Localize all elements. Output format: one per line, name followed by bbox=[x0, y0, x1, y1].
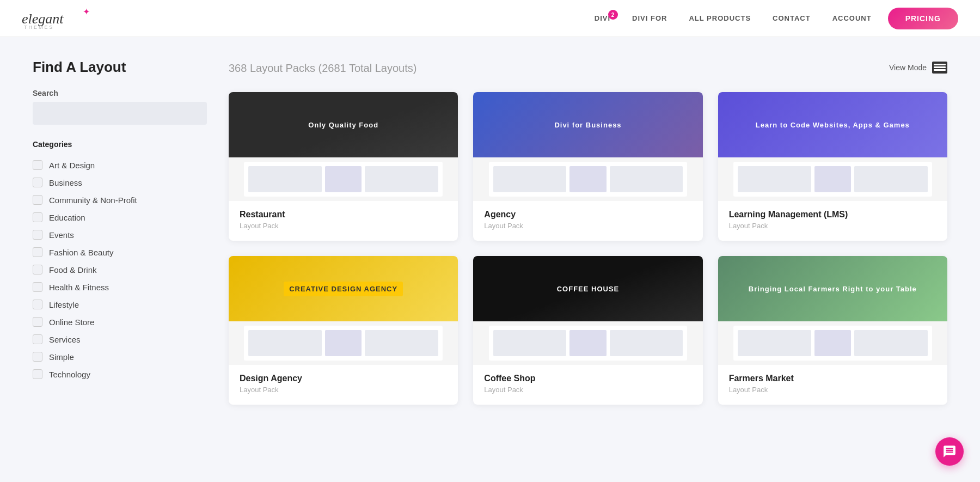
card-hero-design-agency: CREATIVE DESIGN AGENCY bbox=[229, 256, 458, 321]
card-type-farmers-market: Layout Pack bbox=[729, 386, 936, 394]
card-hero-coffee-shop: COFFEE HOUSE bbox=[473, 256, 702, 321]
card-preview-design-agency: CREATIVE DESIGN AGENCY bbox=[229, 256, 458, 365]
card-name-design-agency: Design Agency bbox=[240, 374, 447, 383]
card-hero-agency: Divi for Business bbox=[473, 92, 702, 157]
card-preview-coffee-shop: COFFEE HOUSE bbox=[473, 256, 702, 365]
card-hero-lms: Learn to Code Websites, Apps & Games bbox=[718, 92, 947, 157]
card-name-farmers-market: Farmers Market bbox=[729, 374, 936, 383]
card-preview-lms: Learn to Code Websites, Apps & Games bbox=[718, 92, 947, 201]
sidebar-title: Find A Layout bbox=[33, 59, 207, 76]
card-name-lms: Learning Management (LMS) bbox=[729, 210, 936, 219]
card-name-agency: Agency bbox=[484, 210, 691, 219]
logo[interactable]: elegant ✦ THEMES bbox=[22, 7, 98, 30]
category-label-events: Events bbox=[49, 230, 74, 240]
card-thumb-lms bbox=[718, 157, 947, 201]
cards-grid: Only Quality Food Restaurant Layout Pack… bbox=[229, 92, 947, 405]
card-thumb-farmers-market bbox=[718, 321, 947, 365]
category-checkbox-events[interactable] bbox=[33, 230, 42, 240]
category-label-technology: Technology bbox=[49, 370, 90, 379]
category-checkbox-fashion-beauty[interactable] bbox=[33, 247, 42, 257]
category-checkbox-art-design[interactable] bbox=[33, 160, 42, 170]
card-thumb-design-agency bbox=[229, 321, 458, 365]
category-checkbox-community-non-profit[interactable] bbox=[33, 195, 42, 205]
card-thumb-agency bbox=[473, 157, 702, 201]
card-preview-farmers-market: Bringing Local Farmers Right to your Tab… bbox=[718, 256, 947, 365]
chat-icon bbox=[942, 444, 957, 459]
nav-divi[interactable]: DIVI 2 bbox=[595, 14, 610, 22]
category-checkbox-education[interactable] bbox=[33, 212, 42, 222]
category-label-online-store: Online Store bbox=[49, 318, 94, 327]
content-header: 368 Layout Packs (2681 Total Layouts) Vi… bbox=[229, 59, 947, 76]
card-info-agency: Agency Layout Pack bbox=[473, 201, 702, 241]
category-item-fashion-beauty[interactable]: Fashion & Beauty bbox=[33, 243, 207, 261]
categories-list: Art & Design Business Community & Non-Pr… bbox=[33, 156, 207, 383]
category-item-business[interactable]: Business bbox=[33, 174, 207, 191]
category-item-health-fitness[interactable]: Health & Fitness bbox=[33, 278, 207, 296]
card-info-restaurant: Restaurant Layout Pack bbox=[229, 201, 458, 241]
card-design-agency[interactable]: CREATIVE DESIGN AGENCY Design Agency Lay… bbox=[229, 256, 458, 405]
logo-svg: elegant ✦ THEMES bbox=[22, 7, 98, 30]
svg-text:THEMES: THEMES bbox=[24, 25, 54, 30]
card-type-lms: Layout Pack bbox=[729, 222, 936, 230]
category-label-health-fitness: Health & Fitness bbox=[49, 283, 109, 292]
categories-title: Categories bbox=[33, 140, 207, 149]
category-label-simple: Simple bbox=[49, 352, 74, 362]
category-item-technology[interactable]: Technology bbox=[33, 365, 207, 383]
chat-button[interactable] bbox=[935, 437, 964, 466]
nav-all-products[interactable]: ALL PRODUCTS bbox=[689, 14, 751, 22]
category-checkbox-food-drink[interactable] bbox=[33, 265, 42, 274]
card-type-restaurant: Layout Pack bbox=[240, 222, 447, 230]
category-item-food-drink[interactable]: Food & Drink bbox=[33, 261, 207, 278]
category-label-food-drink: Food & Drink bbox=[49, 265, 97, 274]
category-item-online-store[interactable]: Online Store bbox=[33, 313, 207, 331]
card-restaurant[interactable]: Only Quality Food Restaurant Layout Pack bbox=[229, 92, 458, 241]
category-item-community-non-profit[interactable]: Community & Non-Profit bbox=[33, 191, 207, 209]
card-preview-restaurant: Only Quality Food bbox=[229, 92, 458, 201]
view-mode-toggle[interactable]: View Mode bbox=[889, 62, 947, 74]
card-hero-farmers-market: Bringing Local Farmers Right to your Tab… bbox=[718, 256, 947, 321]
category-checkbox-services[interactable] bbox=[33, 334, 42, 344]
category-checkbox-technology[interactable] bbox=[33, 369, 42, 379]
category-label-art-design: Art & Design bbox=[49, 161, 95, 170]
category-checkbox-simple[interactable] bbox=[33, 352, 42, 362]
card-farmers-market[interactable]: Bringing Local Farmers Right to your Tab… bbox=[718, 256, 947, 405]
card-type-agency: Layout Pack bbox=[484, 222, 691, 230]
nav-divi-for[interactable]: DIVI FOR bbox=[632, 14, 667, 22]
category-checkbox-lifestyle[interactable] bbox=[33, 300, 42, 309]
search-input[interactable] bbox=[33, 102, 207, 125]
sidebar: Find A Layout Search Categories Art & De… bbox=[33, 59, 207, 405]
divi-badge-count: 2 bbox=[608, 10, 618, 20]
category-label-lifestyle: Lifestyle bbox=[49, 300, 79, 309]
category-label-services: Services bbox=[49, 335, 81, 344]
category-item-education[interactable]: Education bbox=[33, 209, 207, 226]
card-agency[interactable]: Divi for Business Agency Layout Pack bbox=[473, 92, 702, 241]
card-coffee-shop[interactable]: COFFEE HOUSE Coffee Shop Layout Pack bbox=[473, 256, 702, 405]
card-preview-agency: Divi for Business bbox=[473, 92, 702, 201]
card-lms[interactable]: Learn to Code Websites, Apps & Games Lea… bbox=[718, 92, 947, 241]
category-checkbox-online-store[interactable] bbox=[33, 317, 42, 327]
card-hero-restaurant: Only Quality Food bbox=[229, 92, 458, 157]
category-label-fashion-beauty: Fashion & Beauty bbox=[49, 248, 113, 257]
category-item-simple[interactable]: Simple bbox=[33, 348, 207, 365]
pricing-button[interactable]: PRICING bbox=[888, 8, 958, 29]
nav-account[interactable]: ACCOUNT bbox=[832, 14, 872, 22]
category-checkbox-business[interactable] bbox=[33, 178, 42, 187]
svg-text:✦: ✦ bbox=[83, 7, 90, 16]
category-item-events[interactable]: Events bbox=[33, 226, 207, 243]
card-name-coffee-shop: Coffee Shop bbox=[484, 374, 691, 383]
category-item-art-design[interactable]: Art & Design bbox=[33, 156, 207, 174]
navbar: elegant ✦ THEMES DIVI 2 DIVI FOR ALL PRO… bbox=[0, 0, 980, 37]
content-area: 368 Layout Packs (2681 Total Layouts) Vi… bbox=[229, 59, 947, 405]
card-thumb-coffee-shop bbox=[473, 321, 702, 365]
card-info-lms: Learning Management (LMS) Layout Pack bbox=[718, 201, 947, 241]
nav-contact[interactable]: CONTACT bbox=[773, 14, 811, 22]
card-type-design-agency: Layout Pack bbox=[240, 386, 447, 394]
card-info-farmers-market: Farmers Market Layout Pack bbox=[718, 365, 947, 405]
card-info-design-agency: Design Agency Layout Pack bbox=[229, 365, 458, 405]
category-item-services[interactable]: Services bbox=[33, 331, 207, 348]
card-type-coffee-shop: Layout Pack bbox=[484, 386, 691, 394]
card-thumb-restaurant bbox=[229, 157, 458, 201]
category-checkbox-health-fitness[interactable] bbox=[33, 282, 42, 292]
category-item-lifestyle[interactable]: Lifestyle bbox=[33, 296, 207, 313]
category-label-business: Business bbox=[49, 178, 82, 187]
